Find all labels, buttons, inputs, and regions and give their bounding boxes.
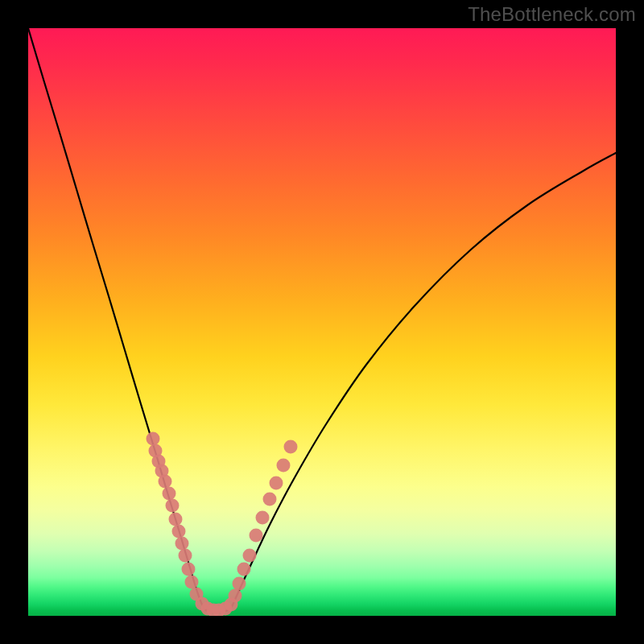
watermark-text: TheBottleneck.com xyxy=(468,3,636,26)
marker-dot xyxy=(243,549,257,563)
marker-dot xyxy=(277,459,291,473)
chart-frame: TheBottleneck.com xyxy=(0,0,644,644)
plot-area xyxy=(28,28,616,616)
marker-dot xyxy=(182,563,196,576)
curve-lines xyxy=(28,28,616,612)
bottleneck-curve xyxy=(28,28,616,612)
marker-dot xyxy=(256,511,270,525)
marker-dot xyxy=(270,477,283,490)
marker-dot xyxy=(179,549,192,563)
marker-dot xyxy=(159,475,172,489)
marker-dot xyxy=(172,525,186,539)
marker-dot xyxy=(263,493,277,506)
marker-dot xyxy=(163,487,176,501)
marker-dot xyxy=(185,576,199,589)
marker-dot xyxy=(284,440,298,454)
marker-dot xyxy=(229,589,242,603)
marker-points xyxy=(147,432,298,617)
marker-dot xyxy=(175,537,189,551)
marker-dot xyxy=(237,563,251,576)
marker-dot xyxy=(250,529,263,543)
marker-dot xyxy=(147,432,160,446)
marker-dot xyxy=(233,577,246,591)
marker-dot xyxy=(169,513,183,526)
chart-svg xyxy=(28,28,616,616)
marker-dot xyxy=(166,499,180,513)
